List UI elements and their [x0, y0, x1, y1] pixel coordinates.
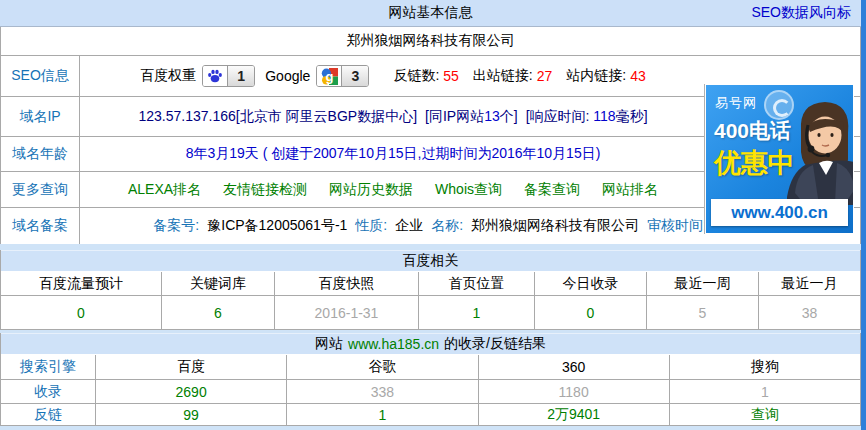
sogou-backlink-query-link[interactable]: 查询: [670, 404, 860, 425]
col-last-week: 最近一周: [647, 272, 759, 295]
company-name-row: 郑州狼烟网络科技有限公司: [1, 27, 860, 56]
icp-name-value: 郑州狼烟网络科技有限公司: [471, 217, 639, 235]
collect-section-header: 网站 www.ha185.cn 的收录/反链结果: [1, 333, 860, 355]
google-pr-badge[interactable]: g 3: [316, 65, 369, 87]
baidu-related-section: 百度相关 百度流量预计 关键词库 百度快照 首页位置 今日收录 最近一周 最近一…: [0, 250, 861, 330]
baidu-related-values: 0 6 2016-1-31 1 0 5 38: [1, 296, 860, 329]
domain-ip-label: 域名IP: [1, 97, 80, 136]
col-keyword-库: 关键词库: [162, 272, 275, 295]
same-ip-sites[interactable]: [同IP网站13个]: [425, 108, 518, 126]
homepage-position-value[interactable]: 1: [419, 296, 535, 329]
last-month-value: 38: [759, 296, 860, 329]
page-title: 网站基本信息: [0, 4, 861, 22]
baidu-backlink-value[interactable]: 99: [96, 404, 287, 425]
domain-age-label: 域名年龄: [1, 137, 80, 171]
engine-360: 360: [479, 355, 670, 379]
seo-info-label: SEO信息: [1, 56, 80, 96]
google-icon: g: [317, 66, 341, 86]
col-homepage-position: 首页位置: [419, 272, 535, 295]
col-traffic-estimate: 百度流量预计: [1, 272, 162, 295]
top-header-bar: 网站基本信息 SEO数据风向标: [0, 0, 861, 27]
google-label: Google: [265, 68, 310, 84]
engine-sogou: 搜狗: [670, 355, 860, 379]
company-name: 郑州狼烟网络科技有限公司: [347, 32, 515, 50]
google-indexed-value: 338: [287, 380, 478, 403]
ad-headline-discount: 优惠中: [714, 145, 795, 181]
icp-number-value: 豫ICP备12005061号-1: [207, 217, 347, 235]
icp-query-link[interactable]: 备案查询: [524, 181, 580, 199]
ad-url[interactable]: www.400.cn: [711, 199, 848, 226]
whois-query-link[interactable]: Whois查询: [435, 181, 502, 199]
page-right-edge-band: [861, 0, 866, 430]
same-ip-count[interactable]: 13: [484, 108, 500, 124]
svg-text:g: g: [325, 69, 333, 84]
snapshot-date-value: 2016-1-31: [275, 296, 419, 329]
ad-headline-400phone: 400电话: [714, 117, 791, 145]
baidu-rank-badge[interactable]: 1: [202, 65, 255, 87]
site-history-link[interactable]: 网站历史数据: [329, 181, 413, 199]
last-week-value: 5: [647, 296, 759, 329]
friend-link-check-link[interactable]: 友情链接检测: [223, 181, 307, 199]
backlinks-value[interactable]: 55: [443, 68, 459, 84]
google-pr-value: 3: [341, 66, 368, 86]
seo-info-page: 网站基本信息 SEO数据风向标 郑州狼烟网络科技有限公司 SEO信息 百度权重: [0, 0, 866, 430]
collect-title-suffix: 的收录/反链结果: [444, 335, 546, 353]
domain-age-value: 8年3月19天 ( 创建于2007年10月15日,过期时间为2016年10月15…: [186, 145, 601, 163]
baidu-paw-icon: [203, 66, 227, 86]
ad-brand-name: 易号网: [715, 94, 757, 112]
site-domain: www.ha185.cn: [348, 336, 439, 352]
search-engine-header-row: 搜索引擎 百度 谷歌 360 搜狗: [1, 355, 860, 380]
indexed-pages-row: 收录 2690 338 1180 1: [1, 380, 860, 404]
inlinks-label: 站内链接:: [566, 67, 626, 85]
baidu-related-title: 百度相关: [403, 252, 459, 270]
360-indexed-value: 1180: [479, 380, 670, 403]
backlinks-label: 反链数:: [393, 67, 439, 85]
today-indexed-value[interactable]: 0: [535, 296, 647, 329]
traffic-estimate-value[interactable]: 0: [1, 296, 162, 329]
col-last-month: 最近一月: [759, 272, 860, 295]
360-backlink-value[interactable]: 2万9401: [479, 404, 670, 425]
response-time: [响应时间: 118毫秒]: [526, 108, 648, 126]
engine-baidu: 百度: [96, 355, 287, 379]
icp-number-label: 备案号:: [153, 217, 199, 235]
baidu-related-header: 百度相关: [1, 250, 860, 272]
icp-type-value: 企业: [395, 217, 423, 235]
backlink-row: 反链 99 1 2万9401 查询: [1, 404, 860, 425]
more-queries-label: 更多查询: [1, 172, 80, 207]
ad-image: 易号网: [706, 85, 853, 233]
col-baidu-snapshot: 百度快照: [275, 272, 419, 295]
backlink-row-label: 反链: [1, 404, 96, 425]
icp-audit-label: 审核时间:: [647, 217, 707, 235]
basic-info-table: 郑州狼烟网络科技有限公司 SEO信息 百度权重: [0, 27, 861, 244]
icp-name-label: 名称:: [431, 217, 463, 235]
keyword-count-value[interactable]: 6: [162, 296, 275, 329]
baidu-related-column-headers: 百度流量预计 关键词库 百度快照 首页位置 今日收录 最近一周 最近一月: [1, 272, 860, 296]
outlinks-value[interactable]: 27: [537, 68, 553, 84]
indexed-row-label: 收录: [1, 380, 96, 403]
outlinks-label: 出站链接:: [473, 67, 533, 85]
alexa-rank-link[interactable]: ALEXA排名: [128, 181, 201, 199]
collect-title-prefix: 网站: [315, 335, 343, 353]
baidu-weight-value: 1: [227, 66, 254, 86]
google-backlink-value[interactable]: 1: [287, 404, 478, 425]
icp-type-label: 性质:: [355, 217, 387, 235]
search-engine-label: 搜索引擎: [1, 355, 96, 379]
collect-backlink-section: 网站 www.ha185.cn 的收录/反链结果 搜索引擎 百度 谷歌 360 …: [0, 333, 861, 426]
baidu-weight-label: 百度权重: [140, 67, 196, 85]
seo-trend-link[interactable]: SEO数据风向标: [751, 4, 851, 22]
sogou-indexed-value: 1: [670, 380, 860, 403]
ip-address-location: 123.57.137.166[北京市 阿里云BGP数据中心]: [138, 108, 417, 126]
ad-banner-400phone[interactable]: 易号网: [704, 84, 854, 234]
response-time-value: 118: [593, 108, 615, 124]
site-rank-link[interactable]: 网站排名: [602, 181, 658, 199]
icp-record-label: 域名备案: [1, 208, 80, 244]
col-today-indexed: 今日收录: [535, 272, 647, 295]
ad-operator-woman-image: [785, 97, 853, 208]
engine-google: 谷歌: [287, 355, 478, 379]
inlinks-value[interactable]: 43: [630, 68, 646, 84]
baidu-indexed-value[interactable]: 2690: [96, 380, 287, 403]
